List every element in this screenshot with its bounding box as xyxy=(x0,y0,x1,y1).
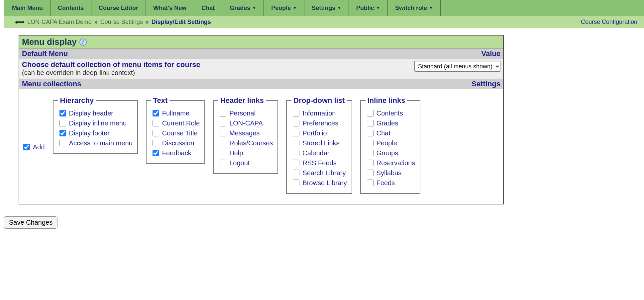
option-row: Browse Library xyxy=(291,179,347,187)
option-checkbox[interactable] xyxy=(153,120,159,126)
option-checkbox[interactable] xyxy=(367,180,374,186)
option-checkbox[interactable] xyxy=(367,120,374,126)
menu-item-course-editor[interactable]: Course Editor xyxy=(91,0,146,16)
option-checkbox[interactable] xyxy=(59,120,66,126)
option-checkbox[interactable] xyxy=(220,120,226,126)
menu-item-main-menu[interactable]: Main Menu xyxy=(9,0,51,16)
save-changes-button[interactable]: Save Changes xyxy=(4,216,57,229)
option-checkbox[interactable] xyxy=(293,120,299,126)
option-row: Search Library xyxy=(291,169,347,177)
option-row: Display inline menu xyxy=(58,119,133,127)
option-label: Feeds xyxy=(376,179,395,187)
menu-item-label: What's New xyxy=(153,5,186,12)
option-checkbox[interactable] xyxy=(220,150,226,156)
option-checkbox[interactable] xyxy=(153,140,159,146)
option-label: Reservations xyxy=(376,159,415,167)
option-label: Display footer xyxy=(69,129,110,137)
option-checkbox[interactable] xyxy=(153,130,159,136)
add-checkbox[interactable] xyxy=(23,144,30,150)
menu-item-what-s-new[interactable]: What's New xyxy=(146,0,194,16)
hierarchy-legend: Hierarchy xyxy=(58,96,96,105)
menu-item-public[interactable]: Public▼ xyxy=(349,0,388,16)
option-checkbox[interactable] xyxy=(153,110,159,116)
option-label: Information xyxy=(302,110,336,117)
option-label: Display inline menu xyxy=(69,119,127,127)
option-checkbox[interactable] xyxy=(220,130,226,136)
option-row: Information xyxy=(291,109,347,117)
option-checkbox[interactable] xyxy=(367,140,374,146)
menu-item-chat[interactable]: Chat xyxy=(194,0,222,16)
option-row: Roles/Courses xyxy=(218,139,273,147)
option-checkbox[interactable] xyxy=(367,170,374,176)
option-checkbox[interactable] xyxy=(293,130,299,136)
option-label: Feedback xyxy=(162,149,191,157)
option-checkbox[interactable] xyxy=(220,110,226,116)
option-label: Calendar xyxy=(302,149,329,157)
option-checkbox[interactable] xyxy=(153,150,159,156)
option-checkbox[interactable] xyxy=(59,130,66,136)
menu-item-label: Course Editor xyxy=(99,5,138,12)
breadcrumb-separator: » xyxy=(94,19,98,26)
option-row: Discussion xyxy=(151,139,200,147)
option-row: Stored Links xyxy=(291,139,347,147)
option-checkbox[interactable] xyxy=(220,140,226,146)
menu-item-switch-role[interactable]: Switch role▼ xyxy=(388,0,441,16)
option-row: Portfolio xyxy=(291,129,347,137)
option-row: LON-CAPA xyxy=(218,119,273,127)
option-row: Help xyxy=(218,149,273,157)
collections-body: Add Hierarchy Display headerDisplay inli… xyxy=(19,89,503,204)
option-row: Reservations xyxy=(366,159,415,167)
option-label: Contents xyxy=(376,110,403,117)
menu-item-contents[interactable]: Contents xyxy=(51,0,91,16)
option-checkbox[interactable] xyxy=(59,140,66,146)
menu-item-settings[interactable]: Settings▼ xyxy=(304,0,349,16)
option-checkbox[interactable] xyxy=(367,110,374,116)
return-arrow-icon[interactable] xyxy=(13,19,25,26)
menu-collections-label: Menu collections xyxy=(22,80,81,88)
option-checkbox[interactable] xyxy=(220,160,226,166)
option-label: Logout xyxy=(229,159,250,167)
option-checkbox[interactable] xyxy=(293,150,299,156)
option-checkbox[interactable] xyxy=(367,150,374,156)
option-label: Syllabus xyxy=(376,169,402,177)
breadcrumb-settings-link[interactable]: Course Settings xyxy=(100,19,143,26)
option-row: Contents xyxy=(366,109,415,117)
option-row: People xyxy=(366,139,415,147)
option-checkbox[interactable] xyxy=(293,110,299,116)
menu-item-people[interactable]: People▼ xyxy=(264,0,304,16)
option-label: Messages xyxy=(229,129,260,137)
option-checkbox[interactable] xyxy=(293,140,299,146)
menu-display-panel: Menu display ? Default Menu Value Choose… xyxy=(19,35,504,204)
option-checkbox[interactable] xyxy=(293,170,299,176)
option-checkbox[interactable] xyxy=(367,130,374,136)
option-label: Personal xyxy=(229,110,256,117)
dropdown-list-group: Drop-down list InformationPreferencesPor… xyxy=(286,96,352,194)
option-row: Grades xyxy=(366,119,415,127)
top-menu-bar: Main MenuContentsCourse EditorWhat's New… xyxy=(4,0,644,16)
option-row: Syllabus xyxy=(366,169,415,177)
header-links-group: Header links PersonalLON-CAPAMessagesRol… xyxy=(213,96,278,174)
option-row: Access to main menu xyxy=(58,139,133,147)
breadcrumb-course-link[interactable]: LON-CAPA Exam Demo xyxy=(27,19,92,26)
page-title: Course Configuration xyxy=(581,19,637,26)
option-checkbox[interactable] xyxy=(293,180,299,186)
default-menu-select[interactable]: Standard (all menus shown) xyxy=(414,61,500,72)
option-label: Search Library xyxy=(302,169,346,177)
option-row: Display header xyxy=(58,109,133,117)
option-row: Messages xyxy=(218,129,273,137)
help-icon[interactable]: ? xyxy=(79,38,87,46)
option-checkbox[interactable] xyxy=(293,160,299,166)
option-label: Groups xyxy=(376,149,398,157)
dropdown-list-legend: Drop-down list xyxy=(291,96,347,105)
hierarchy-group: Hierarchy Display headerDisplay inline m… xyxy=(53,96,138,154)
option-row: Calendar xyxy=(291,149,347,157)
breadcrumb-separator: » xyxy=(146,19,149,26)
option-label: Browse Library xyxy=(302,179,347,187)
option-checkbox[interactable] xyxy=(367,160,374,166)
menu-item-grades[interactable]: Grades▼ xyxy=(222,0,264,16)
option-row: Current Role xyxy=(151,119,200,127)
option-label: RSS Feeds xyxy=(302,159,336,167)
value-header-label: Value xyxy=(482,49,500,58)
option-row: RSS Feeds xyxy=(291,159,347,167)
option-checkbox[interactable] xyxy=(59,110,66,116)
